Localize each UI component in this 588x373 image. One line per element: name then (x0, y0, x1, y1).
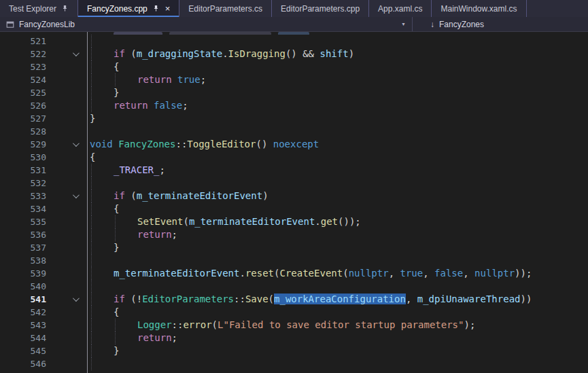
line-number[interactable]: 542 (0, 306, 50, 319)
line-number[interactable]: 544 (0, 332, 50, 344)
tab-editorparameters-cpp[interactable]: EditorParameters.cpp (272, 0, 369, 17)
code-line[interactable]: 542{ (0, 306, 588, 319)
code-line[interactable]: 544return; (0, 332, 588, 344)
code-line[interactable]: 522if (m_draggingState.IsDragging() && s… (0, 48, 588, 60)
fold-margin (50, 164, 83, 177)
line-number[interactable]: 521 (0, 35, 50, 48)
code-line[interactable]: 534{ (0, 202, 588, 215)
code-line[interactable]: 540 (0, 280, 588, 293)
code-line[interactable]: 528 (0, 125, 588, 138)
navigation-bar: FancyZonesLib ▼ ↓ FancyZones (0, 17, 588, 32)
tab-test-explorer[interactable]: Test Explorer (0, 0, 78, 17)
code-line[interactable]: 537} (0, 241, 588, 254)
code-line[interactable]: 530{ (0, 151, 588, 164)
member-dropdown[interactable]: ↓ FancyZones (413, 17, 588, 31)
code-line[interactable]: 525} (0, 86, 588, 99)
indent-guide (115, 73, 116, 86)
project-dropdown[interactable]: FancyZonesLib ▼ (0, 17, 412, 31)
line-number[interactable]: 538 (0, 254, 50, 267)
indent-guide (91, 357, 92, 370)
line-number[interactable]: 543 (0, 319, 50, 332)
line-number[interactable]: 534 (0, 202, 50, 215)
close-icon[interactable]: × (165, 4, 171, 13)
code-text: } (83, 112, 588, 125)
selected-text[interactable]: m_workAreaConfiguration (274, 294, 406, 304)
code-text: return; (83, 228, 588, 241)
code-line[interactable]: 523{ (0, 60, 588, 73)
line-number[interactable]: 546 (0, 357, 50, 370)
code-text: m_terminateEditorEvent.reset(CreateEvent… (83, 267, 588, 280)
line-number[interactable]: 528 (0, 125, 50, 138)
code-text: if (m_terminateEditorEvent) (83, 190, 588, 202)
code-text: return; (83, 332, 588, 344)
code-line[interactable]: 527} (0, 112, 588, 125)
line-number[interactable]: 545 (0, 344, 50, 357)
line-number[interactable]: 530 (0, 151, 50, 164)
code-text: _TRACER_; (83, 164, 588, 177)
fold-chevron-icon[interactable] (50, 190, 83, 202)
chevron-down-icon: ▼ (401, 22, 406, 26)
line-number[interactable]: 526 (0, 99, 50, 112)
code-line[interactable]: 539m_terminateEditorEvent.reset(CreateEv… (0, 267, 588, 280)
fold-chevron-icon[interactable] (50, 293, 83, 306)
tab-editorparameters-cs[interactable]: EditorParameters.cs (179, 0, 272, 17)
pin-icon[interactable] (61, 5, 69, 12)
fold-margin (50, 267, 83, 280)
code-line[interactable]: 532 (0, 177, 588, 190)
code-text (83, 35, 588, 48)
code-line[interactable]: 529void FancyZones::ToggleEditor() noexc… (0, 138, 588, 151)
code-text (83, 177, 588, 190)
line-number[interactable]: 529 (0, 138, 50, 151)
member-name: FancyZones (439, 20, 484, 29)
line-number[interactable]: 531 (0, 164, 50, 177)
code-line[interactable]: 546 (0, 357, 588, 370)
indent-guide (115, 332, 116, 344)
code-text: Logger::error(L"Failed to save editor st… (83, 319, 588, 332)
line-number[interactable]: 539 (0, 267, 50, 280)
code-line[interactable]: 545} (0, 344, 588, 357)
fold-chevron-icon[interactable] (50, 48, 83, 60)
line-number[interactable]: 522 (0, 48, 50, 60)
line-number[interactable]: 540 (0, 280, 50, 293)
indent-guide (91, 344, 92, 357)
indent-guide (91, 241, 92, 254)
code-text: { (83, 306, 588, 319)
code-text: if (!EditorParameters::Save(m_workAreaCo… (83, 293, 588, 306)
line-number[interactable]: 541 (0, 293, 50, 306)
code-line[interactable]: 533if (m_terminateEditorEvent) (0, 190, 588, 202)
indent-guide (91, 73, 92, 86)
fold-margin (50, 357, 83, 370)
code-text: { (83, 60, 588, 73)
code-line[interactable]: 538 (0, 254, 588, 267)
fold-margin (50, 241, 83, 254)
indent-guide (91, 306, 92, 319)
code-line[interactable]: 543Logger::error(L"Failed to save editor… (0, 319, 588, 332)
line-number[interactable]: 527 (0, 112, 50, 125)
tab-app-xaml-cs[interactable]: App.xaml.cs (369, 0, 432, 17)
code-line[interactable]: 531_TRACER_; (0, 164, 588, 177)
code-line[interactable]: 536return; (0, 228, 588, 241)
fold-chevron-icon[interactable] (50, 138, 83, 151)
fold-margin (50, 254, 83, 267)
code-text: } (83, 344, 588, 357)
line-number[interactable]: 536 (0, 228, 50, 241)
line-number[interactable]: 523 (0, 60, 50, 73)
code-text: { (83, 151, 588, 164)
line-number[interactable]: 532 (0, 177, 50, 190)
tab-fancyzones-cpp[interactable]: FancyZones.cpp × (78, 0, 179, 17)
indent-guide (91, 86, 92, 99)
code-line[interactable]: 524return true; (0, 73, 588, 86)
pin-icon[interactable] (152, 5, 160, 12)
line-number[interactable]: 533 (0, 190, 50, 202)
code-line[interactable]: 521 (0, 35, 588, 48)
tab-mainwindow-xaml-cs[interactable]: MainWindow.xaml.cs (432, 0, 526, 17)
line-number[interactable]: 535 (0, 215, 50, 228)
code-line[interactable]: 541if (!EditorParameters::Save(m_workAre… (0, 293, 588, 306)
indent-guide (91, 164, 92, 177)
line-number[interactable]: 537 (0, 241, 50, 254)
line-number[interactable]: 524 (0, 73, 50, 86)
code-editor[interactable]: 521522if (m_draggingState.IsDragging() &… (0, 32, 588, 373)
code-line[interactable]: 535SetEvent(m_terminateEditorEvent.get()… (0, 215, 588, 228)
line-number[interactable]: 525 (0, 86, 50, 99)
code-line[interactable]: 526return false; (0, 99, 588, 112)
